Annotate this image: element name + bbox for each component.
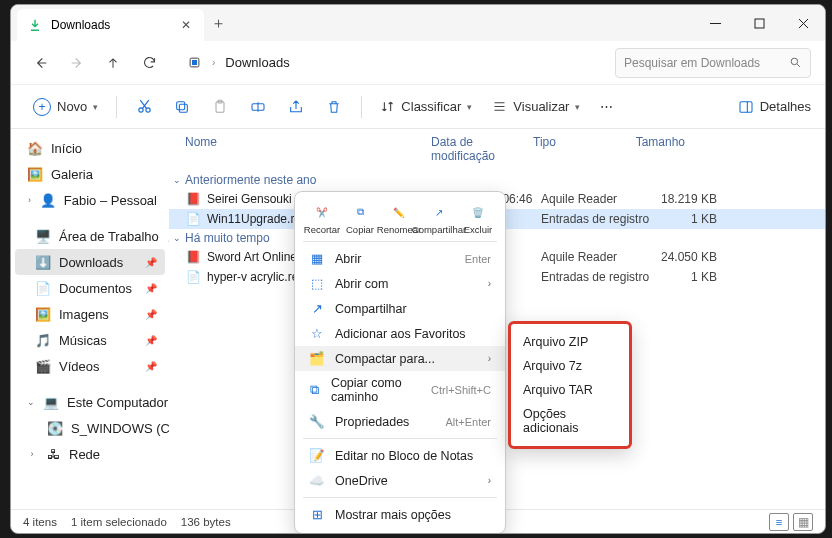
paste-button[interactable]	[203, 92, 237, 122]
copy-icon: ⧉	[350, 202, 370, 222]
sidebar-personal[interactable]: ›👤Fabio – Pessoal	[15, 187, 165, 213]
svg-rect-11	[740, 101, 752, 112]
plus-circle-icon: +	[33, 98, 51, 116]
network-icon: 🖧	[45, 446, 61, 462]
open-icon: ▦	[309, 251, 325, 266]
chevron-down-icon: ⌄	[173, 233, 181, 243]
breadcrumb[interactable]: › Downloads	[187, 55, 290, 70]
col-date[interactable]: Data de modificação	[427, 133, 529, 165]
forward-button[interactable]	[61, 47, 93, 79]
pin-icon: 📌	[145, 283, 157, 294]
desktop-icon: 🖥️	[35, 228, 51, 244]
group-earlier-this-year[interactable]: ⌄Anteriormente neste ano	[169, 171, 825, 189]
search-icon	[789, 56, 802, 69]
more-icon: ⊞	[309, 507, 325, 522]
cut-button[interactable]	[127, 92, 161, 122]
share-icon: ↗	[309, 301, 325, 316]
close-button[interactable]	[781, 5, 825, 41]
trash-icon: 🗑️	[468, 202, 488, 222]
refresh-button[interactable]	[133, 47, 165, 79]
minimize-button[interactable]	[693, 5, 737, 41]
back-button[interactable]	[25, 47, 57, 79]
maximize-button[interactable]	[737, 5, 781, 41]
view-thumbnails-button[interactable]: ▦	[793, 513, 813, 531]
view-button[interactable]: Visualizar ▾	[484, 92, 588, 122]
chevron-down-icon: ⌄	[173, 175, 181, 185]
delete-button[interactable]	[317, 92, 351, 122]
document-icon: 📄	[35, 280, 51, 296]
sidebar-music[interactable]: 🎵Músicas📌	[15, 327, 165, 353]
ctx-copy[interactable]: ⧉Copiar	[341, 202, 379, 235]
submenu-tar[interactable]: Arquivo TAR	[511, 378, 629, 402]
pin-icon: 📌	[145, 257, 157, 268]
new-tab-button[interactable]: ＋	[204, 14, 232, 33]
search-input[interactable]: Pesquisar em Downloads	[615, 48, 811, 78]
col-size[interactable]: Tamanho	[617, 133, 689, 165]
chevron-right-icon[interactable]: ›	[27, 195, 32, 205]
copy-button[interactable]	[165, 92, 199, 122]
ctx-more[interactable]: ⊞Mostrar mais opções	[295, 502, 505, 527]
chevron-down-icon[interactable]: ⌄	[27, 397, 35, 407]
sidebar-images[interactable]: 🖼️Imagens📌	[15, 301, 165, 327]
new-button[interactable]: + Novo ▾	[25, 92, 106, 122]
svg-rect-0	[755, 19, 764, 28]
sidebar-gallery[interactable]: 🖼️Galeria	[15, 161, 165, 187]
epub-icon: 📕	[185, 249, 201, 265]
wrench-icon: 🔧	[309, 414, 325, 429]
ctx-copypath[interactable]: ⧉Copiar como caminhoCtrl+Shift+C	[295, 371, 505, 409]
chevron-right-icon[interactable]: ›	[27, 449, 37, 459]
status-bytes: 136 bytes	[181, 516, 231, 528]
openwith-icon: ⬚	[309, 276, 325, 291]
sort-button[interactable]: Classificar ▾	[372, 92, 480, 122]
reg-icon: 📄	[185, 211, 201, 227]
sidebar-desktop[interactable]: 🖥️Área de Trabalho📌	[15, 223, 165, 249]
submenu-7z[interactable]: Arquivo 7z	[511, 354, 629, 378]
up-button[interactable]	[97, 47, 129, 79]
view-details-button[interactable]: ≡	[769, 513, 789, 531]
tab-downloads[interactable]: Downloads ✕	[17, 9, 204, 41]
cut-icon: ✂️	[312, 202, 332, 222]
view-icon	[492, 99, 507, 114]
ctx-favorite[interactable]: ☆Adicionar aos Favoritos	[295, 321, 505, 346]
col-name[interactable]: Nome	[181, 133, 427, 165]
address-bar: › Downloads Pesquisar em Downloads	[11, 41, 825, 85]
ctx-props[interactable]: 🔧PropriedadesAlt+Enter	[295, 409, 505, 434]
pin-icon: 📌	[145, 335, 157, 346]
drive-icon: 💽	[47, 420, 63, 436]
archive-icon: 🗂️	[309, 351, 325, 366]
submenu-zip[interactable]: Arquivo ZIP	[511, 330, 629, 354]
ctx-notepad[interactable]: 📝Editar no Bloco de Notas	[295, 443, 505, 468]
sidebar-home[interactable]: 🏠Início	[15, 135, 165, 161]
ctx-openwith[interactable]: ⬚Abrir com›	[295, 271, 505, 296]
ctx-cut[interactable]: ✂️Recortar	[303, 202, 341, 235]
column-headers: Nome Data de modificação Tipo Tamanho	[169, 129, 825, 171]
ctx-onedrive[interactable]: ☁️OneDrive›	[295, 468, 505, 493]
download-icon: ⬇️	[35, 254, 51, 270]
link-icon: ⧉	[309, 383, 321, 398]
tab-close-icon[interactable]: ✕	[178, 18, 194, 32]
sidebar-thispc[interactable]: ⌄💻Este Computador	[15, 389, 165, 415]
ctx-share[interactable]: ↗Compartilhar	[419, 202, 459, 235]
sidebar-videos[interactable]: 🎬Vídeos📌	[15, 353, 165, 379]
ctx-delete[interactable]: 🗑️Excluir	[459, 202, 497, 235]
sidebar-documents[interactable]: 📄Documentos📌	[15, 275, 165, 301]
chevron-down-icon: ▾	[575, 102, 580, 112]
share-button[interactable]	[279, 92, 313, 122]
ctx-open[interactable]: ▦AbrirEnter	[295, 246, 505, 271]
sidebar-cdrive[interactable]: 💽S_WINDOWS (C:)	[15, 415, 165, 441]
ctx-share-item[interactable]: ↗Compartilhar	[295, 296, 505, 321]
details-pane-button[interactable]: Detalhes	[738, 99, 811, 115]
cloud-icon: ☁️	[309, 473, 325, 488]
home-icon	[187, 55, 202, 70]
ctx-compress[interactable]: 🗂️Compactar para...›	[295, 346, 505, 371]
epub-icon: 📕	[185, 191, 201, 207]
status-items: 4 itens	[23, 516, 57, 528]
rename-button[interactable]	[241, 92, 275, 122]
col-type[interactable]: Tipo	[529, 133, 617, 165]
sidebar-downloads[interactable]: ⬇️Downloads📌	[15, 249, 165, 275]
more-button[interactable]: ⋯	[592, 92, 621, 122]
submenu-more[interactable]: Opções adicionais	[511, 402, 629, 440]
sidebar-network[interactable]: ›🖧Rede	[15, 441, 165, 467]
details-icon	[738, 99, 754, 115]
crumb-downloads[interactable]: Downloads	[225, 55, 289, 70]
